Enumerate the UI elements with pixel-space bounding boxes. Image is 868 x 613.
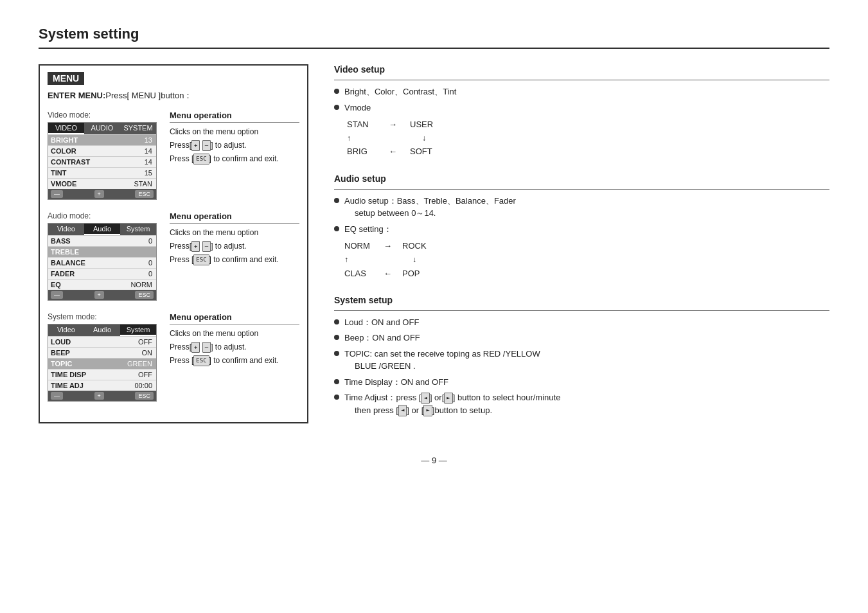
video-mode-block: Video mode: VIDEO AUDIO SYSTEM BRIGHT13 … [48, 111, 299, 200]
table-row: COLOR14 [48, 145, 156, 156]
audio-bullet1: Audio setup：Bass、Treble、Balance、Fader se… [334, 195, 829, 220]
bullet-icon [334, 198, 339, 203]
audio-menu-operation: Menu operation Clicks on the menu option… [170, 211, 299, 301]
system-bullet5: Time Adjust：press [◄] or[►] button to se… [334, 391, 829, 416]
video-tab-video: VIDEO [48, 123, 84, 134]
table-row: TIME DISPOFF [48, 369, 156, 380]
system-tab-system: System [120, 324, 156, 336]
audio-mode-block: Audio mode: Video Audio System BASS0 TRE… [48, 211, 299, 301]
audio-mode-label: Audio mode: [48, 211, 157, 220]
audio-mode-left: Audio mode: Video Audio System BASS0 TRE… [48, 211, 157, 301]
table-row: BRIGHT13 [48, 134, 156, 145]
video-menu-operation: Menu operation Clicks on the menu option… [170, 111, 299, 200]
video-tab-system: SYSTEM [120, 123, 156, 134]
video-mode-left: Video mode: VIDEO AUDIO SYSTEM BRIGHT13 … [48, 111, 157, 200]
system-setup-title: System setup [334, 295, 829, 305]
minus-btn: — [51, 190, 63, 198]
vmode-diagram: STAN → USER ↑ ↓ BRIG ← SOFT [347, 118, 829, 159]
bullet-icon [334, 395, 339, 400]
table-row: VMODESTAN [48, 178, 156, 189]
menu-section: MENU ENTER MENU:Press[ MENU ]button： Vid… [39, 64, 308, 423]
system-setup-section: System setup Loud：ON and OFF Beep：ON and… [334, 295, 829, 417]
left-column: MENU ENTER MENU:Press[ MENU ]button： Vid… [39, 64, 308, 436]
enter-menu-text: ENTER MENU:Press[ MENU ]button： [48, 90, 299, 102]
audio-bullet2: EQ setting： [334, 223, 829, 236]
bullet-icon [334, 335, 339, 340]
table-row: CONTRAST14 [48, 156, 156, 167]
table-row: BALANCE0 [48, 257, 156, 268]
table-row: TIME ADJ00:00 [48, 380, 156, 391]
table-row: BASS0 [48, 235, 156, 246]
table-row: BEEPON [48, 347, 156, 358]
system-mode-label: System mode: [48, 312, 157, 321]
minus-btn: — [51, 392, 63, 400]
table-row: TREBLE [48, 246, 156, 257]
system-bullet1: Loud：ON and OFF [334, 316, 829, 329]
table-row: TINT15 [48, 167, 156, 178]
system-menu-operation: Menu operation Clicks on the menu option… [170, 312, 299, 402]
menu-label: MENU [48, 72, 84, 85]
plus-btn: + [94, 392, 104, 400]
bullet-icon [334, 105, 339, 110]
audio-tab-audio: Audio [84, 224, 120, 235]
system-bullet4: Time Display：ON and OFF [334, 376, 829, 389]
table-row: EQNORM [48, 279, 156, 290]
page-number: — 9 — [39, 456, 829, 465]
audio-tab-system: System [120, 224, 156, 235]
video-mode-table: VIDEO AUDIO SYSTEM BRIGHT13 COLOR14 CONT… [48, 122, 157, 200]
video-bullet1: Bright、Color、Contrast、Tint [334, 85, 829, 98]
system-bullet2: Beep：ON and OFF [334, 332, 829, 344]
esc-btn: ESC [135, 291, 154, 299]
audio-tab-video: Video [48, 224, 84, 235]
video-setup-title: Video setup [334, 64, 829, 75]
minus-btn: — [51, 291, 63, 299]
plus-btn: + [94, 291, 104, 299]
plus-btn: + [94, 190, 104, 198]
esc-btn: ESC [135, 392, 154, 400]
bullet-icon [334, 89, 339, 94]
right-column: Video setup Bright、Color、Contrast、Tint V… [334, 64, 829, 436]
eq-diagram: NORM → ROCK ↑ ↓ CLAS ← POP [344, 239, 829, 281]
video-mode-label: Video mode: [48, 111, 157, 120]
audio-mode-table: Video Audio System BASS0 TREBLE BALANCE0 [48, 223, 157, 301]
table-row: TOPICGREEN [48, 358, 156, 369]
video-tab-audio: AUDIO [84, 123, 120, 134]
esc-btn: ESC [135, 190, 154, 198]
table-row: FADER0 [48, 268, 156, 279]
bullet-icon [334, 351, 339, 356]
system-tab-audio: Audio [84, 324, 120, 336]
video-setup-section: Video setup Bright、Color、Contrast、Tint V… [334, 64, 829, 159]
system-mode-table: Video Audio System LOUDOFF BEEPON TOPICG… [48, 324, 157, 402]
page-title: System setting [39, 26, 829, 49]
table-row: LOUDOFF [48, 336, 156, 347]
bullet-icon [334, 226, 339, 231]
video-bullet2: Vmode [334, 102, 829, 114]
system-mode-left: System mode: Video Audio System LOUDOFF … [48, 312, 157, 402]
bullet-icon [334, 319, 339, 324]
system-mode-block: System mode: Video Audio System LOUDOFF … [48, 312, 299, 402]
audio-setup-section: Audio setup Audio setup：Bass、Treble、Bala… [334, 173, 829, 281]
bullet-icon [334, 379, 339, 384]
system-bullet3: TOPIC: can set the receive toping as RED… [334, 348, 829, 373]
system-tab-video: Video [48, 324, 84, 336]
audio-setup-title: Audio setup [334, 173, 829, 184]
